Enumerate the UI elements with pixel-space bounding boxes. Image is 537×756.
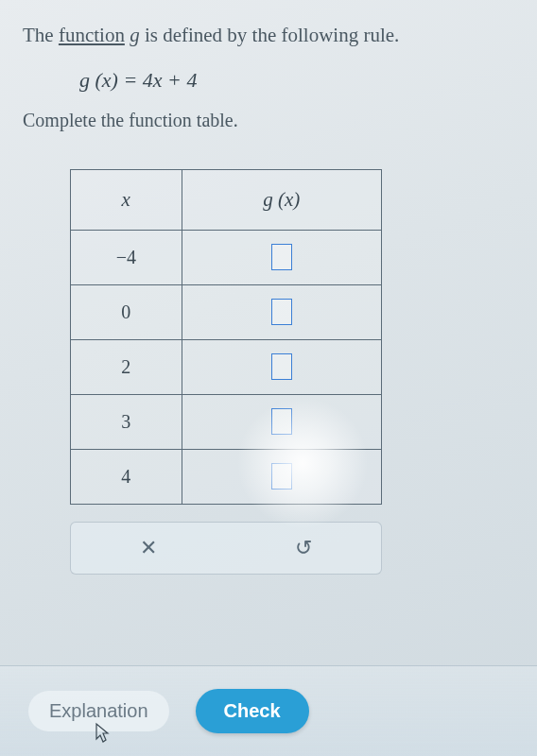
answer-input[interactable]: [271, 299, 292, 325]
table-row: 0: [71, 284, 382, 339]
cell-x: 0: [71, 284, 182, 339]
problem-intro: The function g is defined by the followi…: [23, 21, 514, 51]
cell-gx: [182, 230, 381, 284]
function-table: x g (x) −4 0 2 3: [70, 169, 382, 505]
header-gx: g (x): [182, 169, 381, 230]
answer-input[interactable]: [271, 244, 292, 270]
table-row: −4: [71, 230, 382, 284]
instruction: Complete the function table.: [23, 110, 514, 131]
answer-input[interactable]: [271, 408, 292, 435]
cell-x: −4: [71, 230, 182, 284]
check-button[interactable]: Check: [196, 689, 309, 733]
intro-g: g: [130, 24, 140, 46]
intro-prefix: The: [23, 24, 59, 46]
header-x: x: [71, 169, 182, 230]
cell-x: 2: [71, 339, 182, 394]
formula: g (x) = 4x + 4: [79, 68, 514, 93]
cell-x: 4: [71, 449, 182, 504]
toolbar: ✕ ↺: [70, 522, 382, 575]
table-row: 3: [71, 394, 382, 449]
explanation-button[interactable]: Explanation: [28, 691, 169, 731]
cell-gx: [182, 339, 381, 394]
answer-input[interactable]: [271, 353, 292, 380]
footer: Explanation Check: [0, 665, 537, 756]
cell-gx: [182, 449, 381, 504]
table-row: 2: [71, 339, 382, 394]
table-row: 4: [71, 449, 382, 504]
cell-gx: [182, 394, 381, 449]
clear-button[interactable]: ✕: [130, 529, 167, 567]
cell-gx: [182, 284, 381, 339]
function-link[interactable]: function: [59, 24, 125, 46]
answer-input[interactable]: [271, 463, 292, 490]
reset-button[interactable]: ↺: [285, 529, 322, 567]
cell-x: 3: [71, 394, 182, 449]
intro-suffix: is defined by the following rule.: [140, 24, 400, 46]
